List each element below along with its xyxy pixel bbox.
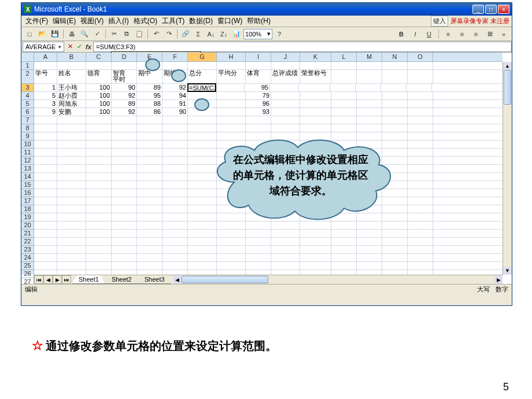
hscroll-thumb[interactable] [182,276,268,283]
autosum-icon[interactable]: Σ [193,28,204,40]
cell-O20[interactable] [408,221,433,229]
italic-button[interactable]: I [409,28,421,40]
cell-K4[interactable] [300,92,331,99]
cell-F20[interactable] [162,221,188,229]
cell-K7[interactable] [300,116,331,124]
cell-B19[interactable] [57,213,86,221]
align-left-icon[interactable]: ≡ [442,28,454,40]
cell-C17[interactable] [86,197,112,205]
cell-H7[interactable] [217,116,246,124]
cell-F5[interactable]: 91 [162,100,188,108]
cell-B18[interactable] [57,205,86,213]
cell-L25[interactable] [331,262,357,269]
cell-E3[interactable]: 89 [137,84,162,91]
cell-N7[interactable] [382,116,408,124]
cell-E21[interactable] [137,230,162,237]
cell-D2[interactable]: 智育 平时 [112,70,137,83]
row-header-19[interactable]: 19 [21,213,34,221]
cut-icon[interactable]: ✂ [108,28,120,40]
col-header-I[interactable]: I [246,53,271,61]
cell-A9[interactable] [34,132,57,140]
cell-J1[interactable] [271,62,300,69]
save-icon[interactable]: 💾 [49,28,61,40]
menu-window[interactable]: 窗口(W) [216,16,244,27]
cell-E13[interactable] [137,165,162,172]
menu-format[interactable]: 格式(O) [132,16,159,27]
cell-B1[interactable] [57,62,86,69]
cell-M2[interactable] [357,70,382,83]
cell-D11[interactable] [112,149,137,156]
cell-H6[interactable] [217,108,246,116]
row-header-22[interactable]: 22 [21,238,34,246]
cell-J4[interactable] [271,92,300,99]
cell-A15[interactable] [34,181,57,189]
cell-C12[interactable] [86,157,112,164]
cell-E9[interactable] [137,132,162,140]
cell-J3[interactable] [270,84,299,91]
cell-C18[interactable] [86,205,112,213]
col-header-N[interactable]: N [382,53,408,61]
close-button[interactable]: × [498,5,509,14]
cell-E24[interactable] [137,254,162,261]
cell-O22[interactable] [408,238,433,245]
cell-O5[interactable] [408,100,433,108]
cell-A23[interactable] [34,246,57,253]
cell-I4[interactable]: 79 [246,92,271,99]
cell-E4[interactable]: 95 [137,92,162,99]
cell-O9[interactable] [408,132,433,140]
cell-A1[interactable] [34,62,57,69]
sort-desc-icon[interactable]: Z↓ [218,28,230,40]
cell-M5[interactable] [357,100,382,108]
cell-K2[interactable]: 荣誉称号 [300,70,331,83]
cell-C9[interactable] [86,132,112,140]
cell-H24[interactable] [217,254,246,261]
maximize-button[interactable]: □ [485,5,497,14]
sheet-tab-1[interactable]: Sheet1 [72,275,105,284]
align-right-icon[interactable]: ≡ [470,28,482,40]
row-header-10[interactable]: 10 [21,141,34,149]
cell-D25[interactable] [112,262,137,269]
cell-B14[interactable] [57,173,86,180]
cell-O7[interactable] [408,116,433,124]
row-header-3[interactable]: 3 [21,84,34,92]
menu-edit[interactable]: 编辑(E) [51,16,77,27]
formula-cancel-icon[interactable]: ✕ [65,42,75,51]
cell-E5[interactable]: 88 [137,100,162,108]
cell-M1[interactable] [357,62,382,69]
cell-I3[interactable]: 95 [245,84,270,91]
row-header-9[interactable]: 9 [21,132,34,141]
row-header-2[interactable]: 2 [21,70,34,84]
cell-J6[interactable] [271,108,300,116]
menu-view[interactable]: 视图(V) [79,16,105,27]
cell-E15[interactable] [137,181,162,189]
cell-D12[interactable] [112,157,137,164]
cell-O21[interactable] [408,230,433,237]
formula-input[interactable]: =SUM(C3:F3) SUM(number1, [number2], ...) [93,42,512,52]
cell-B6[interactable]: 安鹏 [57,108,86,116]
cell-L24[interactable] [331,254,357,261]
cell-A17[interactable] [34,197,57,205]
cell-C23[interactable] [86,246,112,253]
cell-C20[interactable] [86,221,112,229]
cell-C1[interactable] [86,62,112,69]
cell-I7[interactable] [246,116,271,124]
row-header-17[interactable]: 17 [21,197,34,205]
cell-D9[interactable] [112,132,137,140]
cell-B13[interactable] [57,165,86,172]
cell-N8[interactable] [382,124,408,132]
cell-B21[interactable] [57,230,86,237]
cell-K25[interactable] [300,262,331,269]
cell-J2[interactable]: 总评成绩 [271,70,300,83]
cell-N23[interactable] [382,246,408,253]
cell-A20[interactable] [34,221,57,229]
cell-M3[interactable] [356,84,381,91]
cell-B9[interactable] [57,132,86,140]
cell-F24[interactable] [162,254,188,261]
col-header-J[interactable]: J [271,53,300,61]
sheet-nav-last[interactable]: ⏭ [62,275,71,284]
cell-O10[interactable] [408,141,433,148]
cell-E22[interactable] [137,238,162,245]
cell-I23[interactable] [246,246,271,253]
merge-icon[interactable]: ⊞ [484,28,496,40]
cell-E14[interactable] [137,173,162,180]
